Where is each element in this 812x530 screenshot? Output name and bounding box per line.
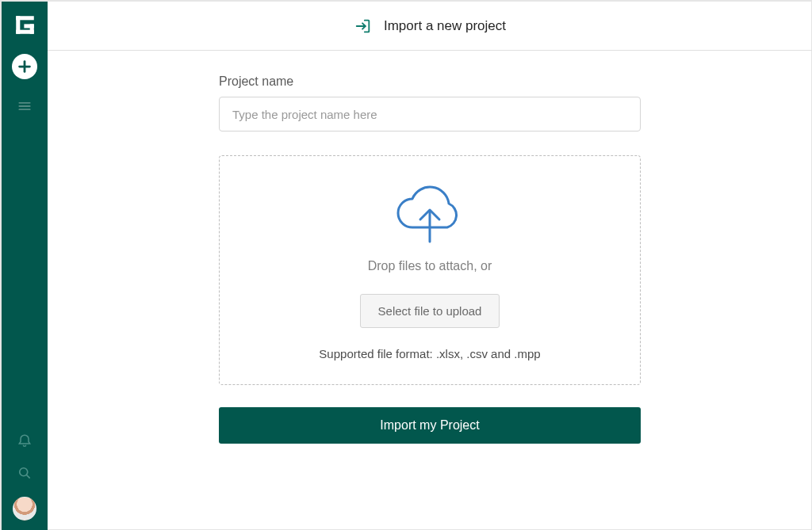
svg-line-11 [27, 475, 30, 479]
import-form: Project name Drop files to attach, or Se… [219, 74, 641, 444]
project-name-input[interactable] [219, 97, 641, 132]
top-bar: Import a new project [48, 2, 812, 51]
menu-icon[interactable] [15, 97, 34, 116]
user-avatar[interactable] [13, 497, 36, 520]
main-area: Import a new project Project name Drop f… [48, 2, 812, 530]
supported-formats-text: Supported file format: .xlsx, .csv and .… [319, 347, 540, 360]
import-icon [354, 17, 373, 36]
select-file-button[interactable]: Select file to upload [360, 294, 500, 328]
import-project-button[interactable]: Import my Project [219, 407, 641, 444]
project-name-label: Project name [219, 74, 641, 89]
app-logo [13, 13, 36, 36]
search-icon[interactable] [15, 463, 34, 482]
add-button[interactable] [12, 54, 37, 79]
page-title: Import a new project [384, 18, 506, 34]
content: Project name Drop files to attach, or Se… [48, 51, 812, 530]
svg-point-10 [20, 468, 28, 476]
sidebar [2, 2, 48, 530]
notifications-icon[interactable] [15, 430, 34, 449]
dropzone-text: Drop files to attach, or [368, 259, 492, 273]
cloud-upload-icon [390, 185, 469, 246]
svg-rect-4 [29, 24, 33, 33]
file-dropzone[interactable]: Drop files to attach, or Select file to … [219, 155, 641, 385]
